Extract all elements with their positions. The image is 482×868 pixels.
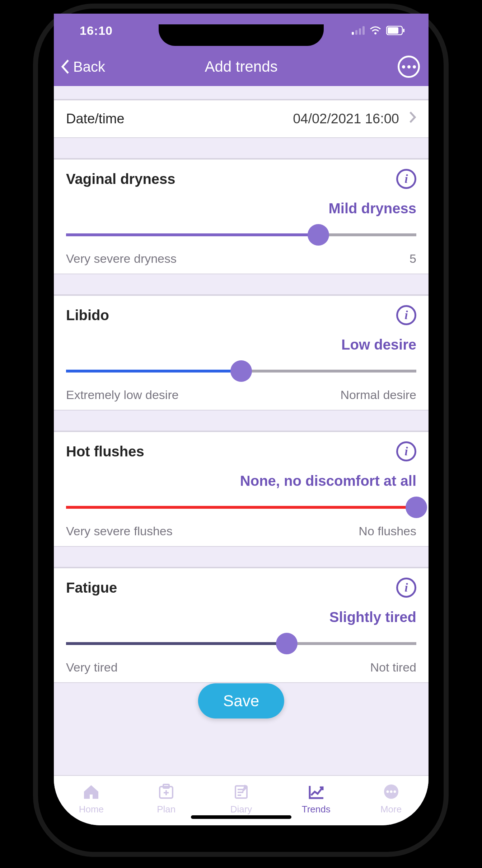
- info-button[interactable]: i: [396, 169, 416, 189]
- svg-point-0: [374, 32, 376, 34]
- svg-point-10: [393, 790, 396, 793]
- tab-label: Trends: [302, 804, 331, 815]
- svg-point-9: [390, 790, 392, 793]
- trend-current-value: Slightly tired: [66, 609, 416, 625]
- slider-max-label: 5: [410, 252, 416, 266]
- slider-min-label: Very severe dryness: [66, 252, 177, 266]
- plan-icon: [158, 784, 175, 801]
- slider-thumb[interactable]: [230, 360, 252, 382]
- slider-max-label: No flushes: [359, 524, 416, 538]
- battery-icon: [386, 26, 405, 35]
- trend-card-hot-flushes: Hot flushes i None, no discomfort at all…: [54, 431, 429, 547]
- page-title: Add trends: [54, 58, 429, 75]
- datetime-label: Date/time: [66, 111, 125, 127]
- trend-title: Vaginal dryness: [66, 171, 176, 187]
- trend-current-value: Mild dryness: [66, 200, 416, 217]
- trend-title: Libido: [66, 307, 109, 323]
- status-time: 16:10: [70, 24, 113, 38]
- content-scroll[interactable]: Date/time 04/02/2021 16:00 Vaginal dryne…: [54, 86, 429, 775]
- home-indicator: [191, 815, 291, 819]
- slider-thumb[interactable]: [308, 224, 329, 246]
- trend-current-value: None, no discomfort at all: [66, 473, 416, 489]
- slider-min-label: Extremely low desire: [66, 388, 179, 402]
- trend-slider[interactable]: [66, 499, 416, 516]
- save-button[interactable]: Save: [198, 683, 284, 718]
- datetime-row[interactable]: Date/time 04/02/2021 16:00: [54, 100, 429, 138]
- datetime-value: 04/02/2021 16:00: [293, 111, 399, 127]
- trends-icon: [308, 784, 325, 801]
- side-button: [449, 201, 454, 294]
- slider-thumb[interactable]: [276, 633, 298, 654]
- trend-card-libido: Libido i Low desire Extremely low desire…: [54, 295, 429, 411]
- trend-card-vaginal-dryness: Vaginal dryness i Mild dryness Very seve…: [54, 159, 429, 274]
- slider-max-label: Not tired: [370, 660, 417, 674]
- tab-label: More: [380, 804, 402, 815]
- trend-slider[interactable]: [66, 227, 416, 243]
- back-label: Back: [73, 59, 105, 75]
- trend-slider[interactable]: [66, 363, 416, 379]
- trend-slider[interactable]: [66, 635, 416, 652]
- slider-max-label: Normal desire: [340, 388, 416, 402]
- trend-title: Hot flushes: [66, 444, 144, 460]
- slider-fill: [66, 642, 287, 645]
- svg-rect-2: [388, 27, 398, 34]
- tab-label: Diary: [230, 804, 252, 815]
- nav-bar: Back Add trends: [54, 47, 429, 86]
- side-button: [28, 129, 33, 165]
- trend-card-fatigue: Fatigue i Slightly tired Very tired Not …: [54, 568, 429, 683]
- tab-label: Plan: [157, 804, 176, 815]
- diary-icon: [233, 784, 250, 801]
- slider-fill: [66, 233, 318, 236]
- svg-rect-3: [403, 29, 404, 32]
- ellipsis-icon: [402, 65, 416, 68]
- side-button: [28, 186, 33, 251]
- trend-current-value: Low desire: [66, 337, 416, 353]
- slider-fill: [66, 370, 241, 373]
- more-icon: [383, 784, 400, 801]
- side-button: [28, 265, 33, 330]
- back-button[interactable]: Back: [54, 59, 105, 75]
- trend-title: Fatigue: [66, 580, 117, 596]
- chevron-left-icon: [60, 59, 70, 75]
- slider-min-label: Very tired: [66, 660, 118, 674]
- wifi-icon: [370, 26, 381, 35]
- more-options-button[interactable]: [398, 56, 420, 78]
- info-button[interactable]: i: [396, 305, 416, 325]
- slider-fill: [66, 506, 416, 509]
- info-button[interactable]: i: [396, 578, 416, 598]
- slider-min-label: Very severe flushes: [66, 524, 173, 538]
- home-icon: [83, 784, 100, 801]
- slider-thumb[interactable]: [406, 497, 427, 518]
- svg-point-8: [386, 790, 389, 793]
- info-button[interactable]: i: [396, 441, 416, 461]
- tab-label: Home: [79, 804, 104, 815]
- cellular-icon: [352, 26, 365, 35]
- chevron-right-icon: [409, 111, 416, 127]
- device-notch: [159, 24, 324, 46]
- phone-screen: 16:10 Back Add trends Date/time: [54, 14, 429, 825]
